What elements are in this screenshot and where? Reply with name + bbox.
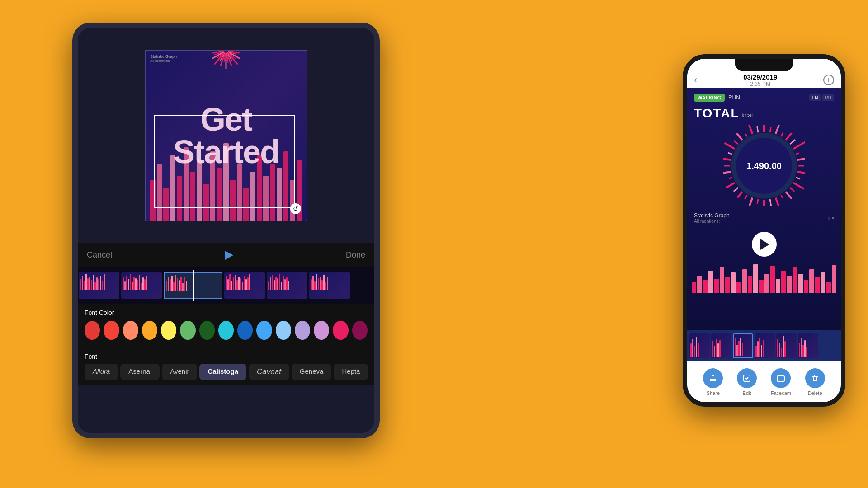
svg-line-53 bbox=[757, 126, 758, 132]
svg-line-20 bbox=[776, 125, 780, 134]
font-item-allura[interactable]: Allura bbox=[85, 364, 118, 380]
delete-icon[interactable] bbox=[805, 368, 825, 388]
svg-line-22 bbox=[786, 133, 792, 140]
timeline-segment[interactable] bbox=[309, 272, 350, 299]
phone-play-icon bbox=[760, 239, 769, 250]
svg-line-28 bbox=[797, 172, 805, 173]
cancel-button[interactable]: Cancel bbox=[87, 250, 112, 260]
svg-line-44 bbox=[723, 172, 731, 174]
font-section: Font Allura Asernal Avenir Calistoga Cav… bbox=[78, 349, 374, 385]
timeline[interactable] bbox=[78, 267, 374, 304]
timeline-playhead[interactable] bbox=[193, 270, 194, 301]
phone-timeline-thumb[interactable] bbox=[689, 333, 710, 358]
share-icon[interactable] bbox=[703, 368, 723, 388]
timeline-strip bbox=[78, 267, 374, 304]
phone-bar bbox=[708, 271, 713, 293]
facecam-label: Facecam bbox=[771, 390, 791, 396]
all-mentions-label: All mentions: bbox=[150, 59, 177, 63]
color-swatch-pink[interactable] bbox=[333, 321, 348, 340]
language-tags: EN RU bbox=[809, 94, 834, 101]
preview-canvas[interactable]: Statistic Graph All mentions: GetStarted bbox=[145, 50, 307, 221]
phone-play-button[interactable] bbox=[752, 232, 777, 257]
color-swatch-red[interactable] bbox=[104, 321, 119, 340]
edit-icon[interactable] bbox=[737, 368, 757, 388]
font-item-asernal[interactable]: Asernal bbox=[120, 364, 160, 380]
back-button[interactable]: ‹ bbox=[694, 74, 697, 86]
phone-timeline-thumb-selected[interactable] bbox=[733, 333, 753, 358]
control-bar: Cancel Done bbox=[78, 243, 374, 267]
share-action[interactable]: Share bbox=[703, 368, 723, 396]
done-button[interactable]: Done bbox=[346, 250, 365, 260]
phone-bar bbox=[809, 269, 814, 293]
phone-bar bbox=[787, 276, 792, 293]
color-swatch-purple[interactable] bbox=[314, 321, 329, 340]
svg-line-21 bbox=[781, 132, 783, 136]
svg-line-24 bbox=[793, 142, 805, 149]
color-swatch-lavender[interactable] bbox=[295, 321, 310, 340]
color-swatch-darkred[interactable] bbox=[85, 321, 100, 340]
svg-line-41 bbox=[734, 188, 738, 191]
timeline-segment[interactable] bbox=[121, 272, 162, 299]
font-item-caveat[interactable]: Caveat bbox=[249, 364, 289, 380]
color-swatch-salmon[interactable] bbox=[123, 321, 138, 340]
color-swatch-darkblue[interactable] bbox=[237, 321, 253, 340]
phone-bar bbox=[776, 279, 780, 293]
phone-timeline-thumb[interactable] bbox=[755, 333, 775, 358]
svg-line-37 bbox=[757, 199, 758, 204]
font-item-hepta[interactable]: Hepta bbox=[334, 364, 368, 380]
color-swatch-cyan[interactable] bbox=[218, 321, 234, 340]
svg-line-26 bbox=[797, 158, 805, 160]
svg-line-39 bbox=[745, 195, 747, 199]
phone-timeline-thumb[interactable] bbox=[776, 333, 797, 358]
circular-chart: 1.490.00 bbox=[723, 125, 805, 206]
text-selection-box[interactable]: ↺ bbox=[154, 115, 295, 208]
info-button[interactable]: i bbox=[823, 75, 834, 85]
phone-timeline-thumb[interactable] bbox=[798, 333, 818, 358]
color-swatch-green[interactable] bbox=[180, 321, 195, 340]
timeline-segment[interactable] bbox=[224, 272, 265, 299]
color-swatch-orange[interactable] bbox=[142, 321, 157, 340]
lang-ru-tag[interactable]: RU bbox=[822, 94, 834, 101]
phone-timeline-thumb[interactable] bbox=[711, 333, 731, 358]
play-button-area bbox=[687, 230, 841, 259]
phone-bar bbox=[692, 282, 696, 293]
phone-bar bbox=[781, 271, 786, 293]
phone-bar bbox=[714, 279, 719, 293]
svg-line-43 bbox=[729, 178, 732, 179]
phone-timeline[interactable] bbox=[687, 330, 841, 361]
font-list: Allura Asernal Avenir Calistoga Caveat G… bbox=[85, 364, 368, 380]
play-button[interactable] bbox=[222, 248, 236, 263]
timeline-segment[interactable] bbox=[79, 272, 119, 299]
font-color-label: Font Color bbox=[85, 309, 368, 316]
svg-line-38 bbox=[749, 197, 753, 206]
stat-graph-section: Statistic Graph All mentions: ||| ■ bbox=[687, 209, 841, 227]
phone-bar bbox=[742, 269, 747, 293]
color-swatch-darkpink[interactable] bbox=[352, 321, 368, 340]
color-swatch-yellow[interactable] bbox=[161, 321, 176, 340]
tablet-screen: Statistic Graph All mentions: GetStarted bbox=[78, 28, 374, 433]
svg-line-49 bbox=[734, 141, 738, 144]
svg-line-50 bbox=[737, 133, 742, 140]
svg-line-35 bbox=[770, 199, 771, 206]
font-item-geneva[interactable]: Geneva bbox=[292, 364, 332, 380]
delete-action[interactable]: Delete bbox=[805, 368, 825, 396]
graph-controls: ||| ■ bbox=[828, 216, 834, 220]
stat-graph-info: Statistic Graph All mentions: bbox=[694, 212, 730, 224]
font-item-avenir[interactable]: Avenir bbox=[162, 364, 197, 380]
sunburst-top-icon bbox=[181, 51, 271, 87]
svg-line-47 bbox=[728, 153, 732, 154]
font-color-section: Font Color bbox=[78, 304, 374, 349]
font-item-calistoga[interactable]: Calistoga bbox=[199, 364, 246, 380]
rotate-icon: ↺ bbox=[293, 205, 298, 212]
time-display: 2:35 PM bbox=[743, 81, 777, 87]
facecam-icon[interactable] bbox=[771, 368, 791, 388]
walking-tag: WALKING bbox=[694, 94, 725, 102]
svg-line-32 bbox=[786, 192, 792, 198]
color-swatch-lightblue[interactable] bbox=[276, 321, 291, 340]
color-swatch-blue[interactable] bbox=[256, 321, 272, 340]
lang-en-tag[interactable]: EN bbox=[809, 94, 821, 101]
color-swatch-darkgreen[interactable] bbox=[199, 321, 215, 340]
timeline-segment[interactable] bbox=[267, 272, 307, 299]
facecam-action[interactable]: Facecam bbox=[771, 368, 791, 396]
edit-action[interactable]: Edit bbox=[737, 368, 757, 396]
